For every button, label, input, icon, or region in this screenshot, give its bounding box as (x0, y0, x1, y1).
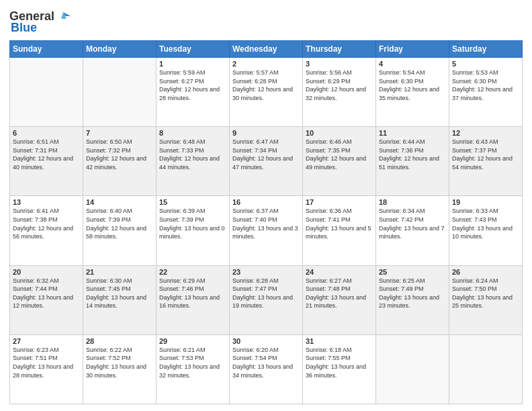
day-info: Sunrise: 6:46 AMSunset: 7:35 PMDaylight:… (306, 138, 366, 171)
calendar-cell: 1Sunrise: 5:59 AMSunset: 6:27 PMDaylight… (157, 58, 230, 127)
day-info: Sunrise: 6:25 AMSunset: 7:49 PMDaylight:… (379, 277, 439, 310)
day-info: Sunrise: 5:59 AMSunset: 6:27 PMDaylight:… (159, 69, 220, 101)
calendar-week-row: 6Sunrise: 6:51 AMSunset: 7:31 PMDaylight… (10, 127, 523, 196)
calendar-cell: 7Sunrise: 6:50 AMSunset: 7:32 PMDaylight… (83, 127, 157, 196)
day-number: 2 (232, 60, 300, 68)
calendar-cell: 8Sunrise: 6:48 AMSunset: 7:33 PMDaylight… (157, 127, 230, 196)
day-info: Sunrise: 5:54 AMSunset: 6:30 PMDaylight:… (379, 69, 439, 101)
day-info: Sunrise: 5:56 AMSunset: 6:29 PMDaylight:… (306, 69, 366, 101)
calendar-cell: 11Sunrise: 6:44 AMSunset: 7:36 PMDayligh… (376, 127, 449, 196)
calendar-cell: 5Sunrise: 5:53 AMSunset: 6:30 PMDaylight… (449, 58, 523, 127)
calendar-table: Sunday Monday Tuesday Wednesday Thursday… (9, 40, 523, 404)
weekday-header-row: Sunday Monday Tuesday Wednesday Thursday… (10, 41, 523, 58)
day-info: Sunrise: 6:32 AMSunset: 7:44 PMDaylight:… (13, 277, 73, 310)
calendar-week-row: 13Sunrise: 6:41 AMSunset: 7:38 PMDayligh… (10, 196, 523, 265)
calendar-cell: 24Sunrise: 6:27 AMSunset: 7:48 PMDayligh… (303, 265, 376, 334)
calendar-cell: 28Sunrise: 6:22 AMSunset: 7:52 PMDayligh… (83, 334, 157, 404)
header-friday: Friday (376, 41, 449, 58)
day-info: Sunrise: 6:27 AMSunset: 7:48 PMDaylight:… (306, 277, 366, 310)
day-number: 13 (13, 198, 80, 206)
day-info: Sunrise: 6:21 AMSunset: 7:53 PMDaylight:… (159, 347, 220, 379)
day-number: 1 (159, 60, 226, 68)
calendar-cell: 6Sunrise: 6:51 AMSunset: 7:31 PMDaylight… (10, 127, 83, 196)
header: General Blue (9, 7, 523, 35)
day-info: Sunrise: 6:20 AMSunset: 7:54 PMDaylight:… (232, 347, 293, 379)
day-number: 7 (86, 129, 153, 137)
day-info: Sunrise: 6:47 AMSunset: 7:34 PMDaylight:… (232, 138, 293, 171)
day-number: 5 (452, 60, 519, 68)
calendar-week-row: 20Sunrise: 6:32 AMSunset: 7:44 PMDayligh… (10, 265, 523, 334)
day-info: Sunrise: 6:22 AMSunset: 7:52 PMDaylight:… (86, 347, 146, 379)
calendar-cell: 12Sunrise: 6:43 AMSunset: 7:37 PMDayligh… (449, 127, 523, 196)
calendar-cell: 16Sunrise: 6:37 AMSunset: 7:40 PMDayligh… (230, 196, 303, 265)
day-number: 8 (159, 129, 226, 137)
day-number: 20 (13, 268, 80, 276)
calendar-cell (83, 58, 157, 127)
day-number: 10 (306, 129, 373, 137)
day-number: 27 (13, 337, 80, 345)
day-number: 31 (306, 337, 373, 345)
calendar-cell: 25Sunrise: 6:25 AMSunset: 7:49 PMDayligh… (376, 265, 449, 334)
calendar-cell: 13Sunrise: 6:41 AMSunset: 7:38 PMDayligh… (10, 196, 83, 265)
day-number: 19 (452, 198, 519, 206)
day-info: Sunrise: 6:34 AMSunset: 7:42 PMDaylight:… (379, 208, 445, 240)
day-number: 11 (379, 129, 446, 137)
day-number: 23 (232, 268, 300, 276)
day-number: 4 (379, 60, 446, 68)
day-info: Sunrise: 6:36 AMSunset: 7:41 PMDaylight:… (306, 208, 371, 240)
calendar-cell: 21Sunrise: 6:30 AMSunset: 7:45 PMDayligh… (83, 265, 157, 334)
day-number: 30 (232, 337, 300, 345)
day-number: 18 (379, 198, 446, 206)
day-number: 22 (159, 268, 226, 276)
calendar-cell: 31Sunrise: 6:18 AMSunset: 7:55 PMDayligh… (303, 334, 376, 404)
calendar-cell (10, 58, 83, 127)
day-number: 3 (306, 60, 373, 68)
calendar-cell: 22Sunrise: 6:29 AMSunset: 7:46 PMDayligh… (157, 265, 230, 334)
day-info: Sunrise: 6:28 AMSunset: 7:47 PMDaylight:… (232, 277, 293, 310)
calendar-cell: 9Sunrise: 6:47 AMSunset: 7:34 PMDaylight… (230, 127, 303, 196)
calendar-cell: 26Sunrise: 6:24 AMSunset: 7:50 PMDayligh… (449, 265, 523, 334)
day-number: 15 (159, 198, 226, 206)
header-thursday: Thursday (303, 41, 376, 58)
day-number: 24 (306, 268, 373, 276)
day-info: Sunrise: 6:18 AMSunset: 7:55 PMDaylight:… (306, 347, 366, 379)
calendar-cell (449, 334, 523, 404)
logo-blue-text: Blue (9, 21, 37, 35)
day-number: 12 (452, 129, 519, 137)
day-info: Sunrise: 6:33 AMSunset: 7:43 PMDaylight:… (452, 208, 513, 240)
day-info: Sunrise: 6:37 AMSunset: 7:40 PMDaylight:… (232, 208, 298, 240)
calendar-week-row: 27Sunrise: 6:23 AMSunset: 7:51 PMDayligh… (10, 334, 523, 404)
page: General Blue Sunday Monday Tuesday Wedne… (0, 0, 532, 411)
calendar-cell: 29Sunrise: 6:21 AMSunset: 7:53 PMDayligh… (157, 334, 230, 404)
day-info: Sunrise: 6:43 AMSunset: 7:37 PMDaylight:… (452, 138, 513, 171)
day-number: 6 (13, 129, 80, 137)
calendar-cell: 20Sunrise: 6:32 AMSunset: 7:44 PMDayligh… (10, 265, 83, 334)
day-info: Sunrise: 6:39 AMSunset: 7:39 PMDaylight:… (159, 208, 225, 240)
calendar-cell: 14Sunrise: 6:40 AMSunset: 7:39 PMDayligh… (83, 196, 157, 265)
day-info: Sunrise: 5:53 AMSunset: 6:30 PMDaylight:… (452, 69, 513, 101)
day-info: Sunrise: 5:57 AMSunset: 6:28 PMDaylight:… (232, 69, 293, 101)
logo-bird-icon (56, 11, 71, 23)
day-number: 14 (86, 198, 153, 206)
calendar-cell: 17Sunrise: 6:36 AMSunset: 7:41 PMDayligh… (303, 196, 376, 265)
calendar-cell: 27Sunrise: 6:23 AMSunset: 7:51 PMDayligh… (10, 334, 83, 404)
calendar-cell: 10Sunrise: 6:46 AMSunset: 7:35 PMDayligh… (303, 127, 376, 196)
day-number: 9 (232, 129, 300, 137)
day-info: Sunrise: 6:30 AMSunset: 7:45 PMDaylight:… (86, 277, 146, 310)
calendar-cell: 15Sunrise: 6:39 AMSunset: 7:39 PMDayligh… (157, 196, 230, 265)
calendar-cell: 4Sunrise: 5:54 AMSunset: 6:30 PMDaylight… (376, 58, 449, 127)
calendar-cell: 30Sunrise: 6:20 AMSunset: 7:54 PMDayligh… (230, 334, 303, 404)
header-monday: Monday (83, 41, 157, 58)
header-saturday: Saturday (449, 41, 523, 58)
calendar-cell: 18Sunrise: 6:34 AMSunset: 7:42 PMDayligh… (376, 196, 449, 265)
day-info: Sunrise: 6:44 AMSunset: 7:36 PMDaylight:… (379, 138, 439, 171)
day-number: 29 (159, 337, 226, 345)
calendar-cell: 23Sunrise: 6:28 AMSunset: 7:47 PMDayligh… (230, 265, 303, 334)
header-tuesday: Tuesday (157, 41, 230, 58)
day-number: 28 (86, 337, 153, 345)
calendar-week-row: 1Sunrise: 5:59 AMSunset: 6:27 PMDaylight… (10, 58, 523, 127)
day-info: Sunrise: 6:51 AMSunset: 7:31 PMDaylight:… (13, 138, 73, 171)
day-info: Sunrise: 6:41 AMSunset: 7:38 PMDaylight:… (13, 208, 73, 240)
header-sunday: Sunday (10, 41, 83, 58)
day-info: Sunrise: 6:29 AMSunset: 7:46 PMDaylight:… (159, 277, 220, 310)
